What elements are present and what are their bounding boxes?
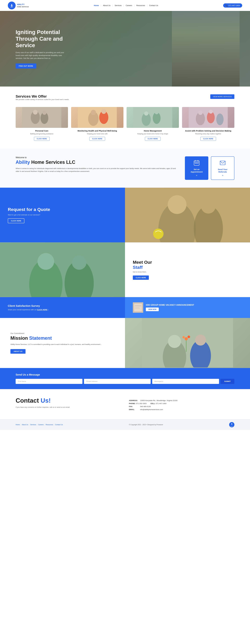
footer-contact[interactable]: Contact Us [55,424,63,426]
nav-home[interactable]: Home [93,4,100,7]
mission-image [125,318,250,368]
logo-text: ABILITY HOME SERVICES [17,3,29,8]
full-name-input[interactable] [16,379,82,384]
contact-details: ADDRESS: 13505 Kerrydale Rd., Woodbridge… [129,397,234,412]
phone-icon: 📞 [226,4,228,6]
nav-careers[interactable]: Careers [125,4,133,7]
fax-label: FAX: [129,406,138,408]
address-row: ADDRESS: 13505 Kerrydale Rd., Woodbridge… [129,400,234,402]
nav-resources[interactable]: Resources [135,4,146,7]
submit-button[interactable]: SUBMIT [221,379,234,384]
service-desc-2: Keeping your loved ones safe [71,133,123,135]
message-input[interactable] [152,379,219,384]
svg-text:ABILITY: ABILITY [231,426,233,427]
footer-careers[interactable]: Careers [38,424,44,426]
mission-section: Our Commitment Mission Statement Ability… [0,318,250,368]
mission-tag: Our Commitment [10,332,115,334]
welcome-title: Ability Home Services LLC [16,160,177,165]
service-image-1 [16,107,68,128]
svg-rect-13 [133,107,172,128]
email-row: EMAIL: info@abilityhomeservices.com [129,408,234,410]
svg-point-56 [185,337,188,340]
phone-cell-row: PHONE: 571-292-3303 CELL: 571-447-1404 [129,402,234,404]
footer-copyright: © Copyright 2021 - 2023 • Designed by Pr… [129,424,163,426]
nav-about[interactable]: About Us [102,4,112,7]
address-label: ADDRESS: [129,400,138,402]
services-grid: Personal Care Bathing and grooming assis… [16,107,234,141]
svg-point-12 [101,109,106,114]
svg-point-11 [91,110,96,115]
svg-point-43 [201,199,216,214]
view-more-services-button[interactable]: VIEW MORE SERVICES [210,94,234,99]
email-input[interactable] [84,379,151,384]
service-btn-2[interactable]: CLICK HERE [89,137,105,141]
welcome-right: Set an Appointment » Send Your Referrals… [185,156,234,180]
survey-link[interactable]: CLICK HERE [37,309,47,311]
service-card-1: Personal Care Bathing and grooming assis… [16,107,68,141]
svg-point-6 [33,110,38,114]
footer-home[interactable]: Home [16,424,20,426]
service-image-4 [182,107,234,128]
about-us-button[interactable]: ABOUT US [10,349,25,354]
mission-description: Ability Home Services, LLC is committed … [10,343,115,346]
contact-left: Contact Us! If you have any concerns or … [16,397,121,412]
footer-services[interactable]: Services [30,424,36,426]
service-btn-1[interactable]: CLICK HERE [34,137,50,141]
address-value: 13505 Kerrydale Rd., Woodbridge, Virgini… [140,400,177,402]
view-now-button[interactable]: VIEW NOW [146,308,159,311]
svg-point-16 [144,112,148,116]
service-btn-4[interactable]: CLICK HERE [200,137,216,141]
hero-content: Igniting Potential Through Care and Serv… [16,29,81,68]
email-value: info@abilityhomeservices.com [140,408,163,410]
welcome-description: When it comes to caring for individuals … [16,167,177,173]
svg-point-22 [198,110,203,115]
announcement-content: I/DD GROUP HOME VACANCY ANNOUNCEMENT VIE… [146,304,194,311]
quote-description: Want to get a full estimate on our servi… [8,214,117,216]
footer-logo: ABILITY [229,422,234,427]
nav-contact[interactable]: Contact Us [148,4,159,7]
announcement-title: I/DD GROUP HOME VACANCY ANNOUNCEMENT [146,304,194,306]
service-card-3: Home Management Keeping your loved one's… [127,107,179,141]
appointment-icon [194,160,200,167]
mission-left: Our Commitment Mission Statement Ability… [0,318,125,368]
staff-button[interactable]: CLICK HERE [133,276,149,280]
find-out-more-button[interactable]: FIND OUT MORE [16,64,36,68]
quote-image [0,242,125,297]
nav-services[interactable]: Services [114,4,123,7]
svg-rect-51 [142,318,233,368]
phone-value: 571-292-3303 [136,402,147,404]
footer-about[interactable]: About Us [22,424,28,426]
svg-rect-34 [0,243,125,297]
survey-section: Client Satisfaction Survey Share your ov… [0,297,250,318]
quote-button[interactable]: CLICK HERE [8,218,24,223]
appointment-label: Set an Appointment [188,168,206,173]
set-appointment-card[interactable]: Set an Appointment » [185,156,208,180]
footer-resources[interactable]: Resources [46,424,53,426]
contact-form-row: SUBMIT [16,379,234,384]
svg-rect-1 [11,5,12,7]
staff-image [125,188,250,242]
appointment-arrows: » [196,174,197,177]
svg-point-37 [37,253,54,270]
svg-point-7 [42,111,46,115]
svg-point-58 [182,336,185,338]
hero-person-bg [172,11,240,86]
contact-form-section: Send Us a Message SUBMIT [0,368,250,389]
service-card-2: Monitoring Health and Physical Well-bein… [71,107,123,141]
referrals-arrows: » [222,174,223,177]
send-referrals-card[interactable]: Send Your Referrals » [211,156,234,180]
svg-point-44 [153,228,164,239]
service-name-3: Home Management [127,130,179,132]
service-image-3 [127,107,179,128]
phone-button[interactable]: 📞 571-447-1404 [223,4,242,8]
svg-point-53 [168,335,181,348]
svg-rect-29 [196,163,197,164]
staff-description: Get to know them. [133,271,242,273]
quote-staff-section: Request for a Quote Want to get a full e… [0,188,250,297]
cell-group: CELL: 571-447-1404 [150,402,166,404]
service-btn-3[interactable]: CLICK HERE [145,137,161,141]
contact-info-section: Contact Us! If you have any concerns or … [0,389,250,419]
hero-title: Igniting Potential Through Care and Serv… [16,29,81,48]
svg-rect-31 [220,161,225,165]
announcement-image [133,302,143,313]
